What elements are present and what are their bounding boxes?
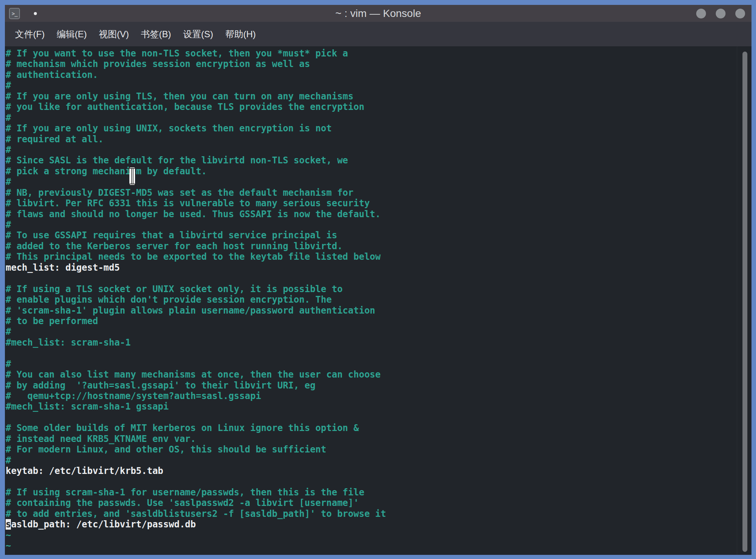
terminal-line: # you like for authentication, because T… bbox=[6, 102, 751, 112]
terminal-line: # bbox=[6, 326, 751, 337]
terminal-line: # qemu+tcp://hostname/system?auth=sasl.g… bbox=[6, 391, 751, 401]
terminal-line: # This principal needs to be exported to… bbox=[6, 251, 751, 262]
maximize-button[interactable] bbox=[716, 9, 726, 18]
scrollbar-thumb[interactable] bbox=[742, 52, 747, 552]
vim-block-cursor: s bbox=[6, 519, 11, 530]
terminal-line: # bbox=[6, 455, 751, 466]
terminal-line: ~ bbox=[6, 530, 751, 541]
terminal-line: #mech_list: scram-sha-1 bbox=[6, 337, 751, 348]
terminal-line bbox=[6, 412, 751, 423]
terminal-line: # bbox=[6, 113, 751, 123]
scrollbar-track[interactable] bbox=[737, 46, 751, 555]
terminal-line bbox=[6, 348, 751, 358]
menu-item-settings[interactable]: 设置(S) bbox=[182, 27, 214, 42]
menu-bar: 文件(F)编辑(E)视图(V)书签(B)设置(S)帮助(H) bbox=[5, 22, 751, 46]
terminal-line: # to be performed bbox=[6, 316, 751, 326]
terminal-line: keytab: /etc/libvirt/krb5.tab bbox=[6, 466, 751, 476]
terminal-line: # mechanism which provides session encry… bbox=[6, 59, 751, 69]
menu-item-edit[interactable]: 编辑(E) bbox=[56, 27, 88, 42]
terminal-line bbox=[6, 477, 751, 487]
terminal-line: # enable plugins which don't provide ses… bbox=[6, 294, 751, 305]
window-title: ~ : vim — Konsole bbox=[5, 8, 751, 20]
terminal-line: # added to the Kerberos server for each … bbox=[6, 241, 751, 251]
terminal-line: # bbox=[6, 145, 751, 155]
terminal-content: # If you want to use the non-TLS socket,… bbox=[5, 46, 751, 551]
terminal-line: # If using a TLS socket or UNIX socket o… bbox=[6, 284, 751, 294]
terminal-line: # If you want to use the non-TLS socket,… bbox=[6, 48, 751, 59]
terminal-line: # bbox=[6, 219, 751, 230]
terminal-line: # If you are only using TLS, then you ca… bbox=[6, 91, 751, 102]
terminal-viewport[interactable]: # If you want to use the non-TLS socket,… bbox=[5, 46, 751, 555]
terminal-line: # libvirt. Per RFC 6331 this is vulnerab… bbox=[6, 198, 751, 209]
terminal-line: # Since SASL is the default for the libv… bbox=[6, 155, 751, 166]
terminal-line: # bbox=[6, 177, 751, 187]
konsole-window: >_ ~ : vim — Konsole 文件(F)编辑(E)视图(V)书签(B… bbox=[5, 5, 751, 555]
title-bar: >_ ~ : vim — Konsole bbox=[5, 5, 751, 22]
terminal-line: # containing the passwds. Use 'saslpassw… bbox=[6, 498, 751, 508]
terminal-line: # by adding '?auth=sasl.gssapi' to their… bbox=[6, 380, 751, 391]
close-button[interactable] bbox=[735, 9, 745, 18]
terminal-line: # required at all. bbox=[6, 134, 751, 145]
terminal-line: # pick a strong mechanism by default. bbox=[6, 166, 751, 177]
terminal-line: # bbox=[6, 359, 751, 369]
menu-item-help[interactable]: 帮助(H) bbox=[225, 27, 257, 42]
modified-indicator-dot bbox=[34, 12, 37, 15]
konsole-terminal-icon[interactable]: >_ bbox=[9, 8, 20, 19]
window-controls bbox=[696, 9, 745, 18]
terminal-line: mech_list: digest-md5 bbox=[6, 262, 751, 273]
terminal-line: # authentication. bbox=[6, 70, 751, 80]
terminal-line: ~ bbox=[6, 541, 751, 551]
terminal-line: # bbox=[6, 80, 751, 91]
terminal-line: # NB, previously DIGEST-MD5 was set as t… bbox=[6, 187, 751, 198]
menu-item-file[interactable]: 文件(F) bbox=[14, 27, 46, 42]
terminal-line: # flaws and should no longer be used. Th… bbox=[6, 209, 751, 219]
terminal-line: sasldb_path: /etc/libvirt/passwd.db bbox=[6, 519, 751, 530]
terminal-line: # If you are only using UNIX, sockets th… bbox=[6, 123, 751, 134]
terminal-line: # to add entries, and 'sasldblistusers2 … bbox=[6, 509, 751, 519]
menu-item-view[interactable]: 视图(V) bbox=[98, 27, 130, 42]
terminal-line: # You can also list many mechanisms at o… bbox=[6, 369, 751, 380]
mouse-ibeam-cursor bbox=[128, 166, 137, 186]
minimize-button[interactable] bbox=[696, 9, 706, 18]
terminal-line bbox=[6, 273, 751, 283]
terminal-line: # 'scram-sha-1' plugin allows plain user… bbox=[6, 305, 751, 316]
terminal-line: # If using scram-sha-1 for username/pass… bbox=[6, 487, 751, 498]
terminal-line: # Some older builds of MIT kerberos on L… bbox=[6, 423, 751, 433]
terminal-line: # For modern Linux, and other OS, this s… bbox=[6, 444, 751, 455]
menu-item-bookmarks[interactable]: 书签(B) bbox=[140, 27, 172, 42]
terminal-line: #mech_list: scram-sha-1 gssapi bbox=[6, 401, 751, 412]
terminal-line: # instead need KRB5_KTNAME env var. bbox=[6, 434, 751, 444]
terminal-line: # To use GSSAPI requires that a libvirtd… bbox=[6, 230, 751, 241]
